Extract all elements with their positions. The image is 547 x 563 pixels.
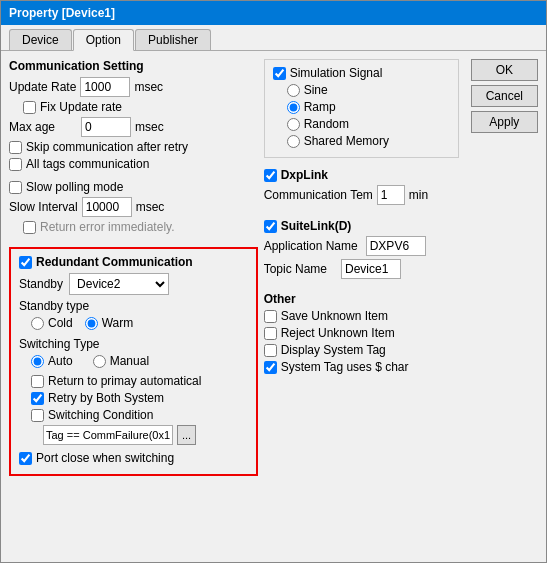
- return-error-checkbox[interactable]: [23, 221, 36, 234]
- fix-update-label: Fix Update rate: [40, 100, 122, 114]
- fix-update-checkbox[interactable]: [23, 101, 36, 114]
- other-section: Other Save Unknown Item Reject Unknown I…: [264, 292, 459, 377]
- tab-device[interactable]: Device: [9, 29, 72, 50]
- content-area: Communication Setting Update Rate msec F…: [1, 51, 546, 562]
- switching-inner: Auto Manual Return to primay automatical: [31, 354, 248, 445]
- all-tags-checkbox[interactable]: [9, 158, 22, 171]
- save-unknown-label: Save Unknown Item: [281, 309, 388, 323]
- ramp-row: Ramp: [287, 100, 450, 114]
- slow-interval-input[interactable]: [82, 197, 132, 217]
- app-name-input[interactable]: [366, 236, 426, 256]
- tabs-row: Device Option Publisher: [1, 25, 546, 51]
- port-close-row: Port close when switching: [19, 451, 248, 465]
- auto-row: Auto: [31, 354, 73, 368]
- return-error-row: Return error immediately.: [23, 220, 258, 234]
- manual-label: Manual: [110, 354, 149, 368]
- dxp-link-checkbox[interactable]: [264, 169, 277, 182]
- switching-cond-row: Switching Condition: [31, 408, 248, 422]
- other-label: Other: [264, 292, 459, 306]
- manual-radio[interactable]: [93, 355, 106, 368]
- sim-signal-checkbox[interactable]: [273, 67, 286, 80]
- browse-button[interactable]: ...: [177, 425, 196, 445]
- standby-label: Standby: [19, 277, 63, 291]
- manual-row: Manual: [93, 354, 149, 368]
- ok-button[interactable]: OK: [471, 59, 538, 81]
- dxp-link-row: DxpLink: [264, 168, 459, 182]
- return-primary-checkbox[interactable]: [31, 375, 44, 388]
- warm-label: Warm: [102, 316, 134, 330]
- suite-link-label: SuiteLink(D): [281, 219, 352, 233]
- dxp-link-label: DxpLink: [281, 168, 328, 182]
- sine-row: Sine: [287, 83, 450, 97]
- reject-unknown-row: Reject Unknown Item: [264, 326, 459, 340]
- max-age-label: Max age: [9, 120, 55, 134]
- slow-polling-row: Slow polling mode: [9, 180, 258, 194]
- auto-label: Auto: [48, 354, 73, 368]
- sine-label: Sine: [304, 83, 328, 97]
- max-age-input[interactable]: [81, 117, 131, 137]
- retry-both-row: Retry by Both System: [31, 391, 248, 405]
- update-rate-row: Update Rate msec: [9, 77, 258, 97]
- random-radio[interactable]: [287, 118, 300, 131]
- auto-manual-row: Auto Manual: [31, 354, 248, 371]
- reject-unknown-checkbox[interactable]: [264, 327, 277, 340]
- retry-both-checkbox[interactable]: [31, 392, 44, 405]
- tag-input[interactable]: [43, 425, 173, 445]
- comm-timeout-input[interactable]: [377, 185, 405, 205]
- save-unknown-checkbox[interactable]: [264, 310, 277, 323]
- port-close-checkbox[interactable]: [19, 452, 32, 465]
- cancel-button[interactable]: Cancel: [471, 85, 538, 107]
- random-row: Random: [287, 117, 450, 131]
- suite-link-checkbox[interactable]: [264, 220, 277, 233]
- slow-polling-label: Slow polling mode: [26, 180, 123, 194]
- simulation-group: Simulation Signal Sine Ramp Random Share…: [264, 59, 459, 158]
- shared-memory-radio[interactable]: [287, 135, 300, 148]
- cold-radio[interactable]: [31, 317, 44, 330]
- switching-type-label: Switching Type: [19, 337, 248, 351]
- standby-select[interactable]: Device2: [69, 273, 169, 295]
- msec2-label: msec: [135, 120, 164, 134]
- sys-tag-dollar-checkbox[interactable]: [264, 361, 277, 374]
- ramp-label: Ramp: [304, 100, 336, 114]
- skip-comm-label: Skip communication after retry: [26, 140, 188, 154]
- auto-radio[interactable]: [31, 355, 44, 368]
- tag-row: ...: [43, 425, 248, 445]
- ramp-radio[interactable]: [287, 101, 300, 114]
- skip-comm-row: Skip communication after retry: [9, 140, 258, 154]
- tab-option[interactable]: Option: [73, 29, 134, 51]
- switching-cond-checkbox[interactable]: [31, 409, 44, 422]
- sine-radio[interactable]: [287, 84, 300, 97]
- comm-setting-section: Communication Setting Update Rate msec F…: [9, 59, 258, 174]
- msec1-label: msec: [134, 80, 163, 94]
- app-name-label: Application Name: [264, 239, 358, 253]
- topic-name-row: Topic Name: [264, 259, 459, 279]
- port-close-label: Port close when switching: [36, 451, 174, 465]
- apply-button[interactable]: Apply: [471, 111, 538, 133]
- min-label: min: [409, 188, 428, 202]
- fix-update-row: Fix Update rate: [23, 100, 258, 114]
- suite-link-section: SuiteLink(D) Application Name Topic Name: [264, 219, 459, 282]
- redundant-box: Redundant Communication Standby Device2 …: [9, 247, 258, 476]
- switching-section: Switching Type Auto Manual: [19, 337, 248, 445]
- switching-cond-label: Switching Condition: [48, 408, 153, 422]
- display-sys-tag-checkbox[interactable]: [264, 344, 277, 357]
- skip-comm-checkbox[interactable]: [9, 141, 22, 154]
- window: Property [Device1] Device Option Publish…: [0, 0, 547, 563]
- msec3-label: msec: [136, 200, 165, 214]
- redundant-checkbox[interactable]: [19, 256, 32, 269]
- slow-polling-checkbox[interactable]: [9, 181, 22, 194]
- update-rate-input[interactable]: [80, 77, 130, 97]
- comm-timeout-row: Communication Tem min: [264, 185, 459, 205]
- warm-radio[interactable]: [85, 317, 98, 330]
- standby-type-label: Standby type: [19, 299, 89, 313]
- suite-link-row: SuiteLink(D): [264, 219, 459, 233]
- update-rate-label: Update Rate: [9, 80, 76, 94]
- retry-both-label: Retry by Both System: [48, 391, 164, 405]
- tab-publisher[interactable]: Publisher: [135, 29, 211, 50]
- topic-name-label: Topic Name: [264, 262, 327, 276]
- topic-name-input[interactable]: [341, 259, 401, 279]
- dxp-section: DxpLink Communication Tem min: [264, 168, 459, 209]
- warm-row: Warm: [85, 316, 134, 330]
- sys-tag-dollar-row: System Tag uses $ char: [264, 360, 459, 374]
- slow-interval-row: Slow Interval msec: [9, 197, 258, 217]
